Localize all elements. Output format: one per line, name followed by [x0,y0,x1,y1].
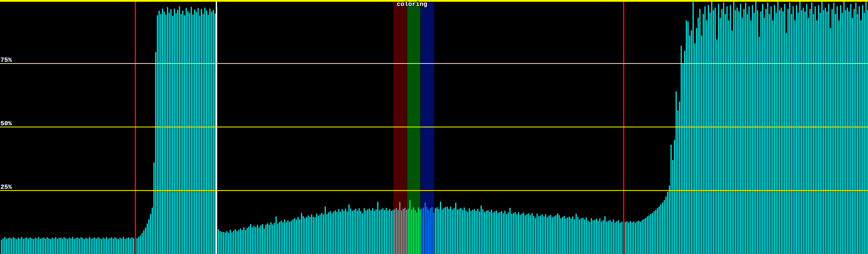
histogram-bar [323,214,324,254]
histogram-bar [364,208,365,254]
histogram-bar [299,219,300,254]
histogram-bar [403,209,404,254]
histogram-bar [776,13,777,254]
histogram-bar [313,217,314,254]
histogram-bar [791,14,792,254]
histogram-bar [677,110,679,254]
histogram-bar [396,208,397,254]
histogram-bar [811,3,812,254]
histogram-bar [269,225,270,254]
histogram-bar [520,215,521,254]
gridline-25 [0,190,868,191]
histogram-bar [569,217,570,254]
histogram-bar [699,9,701,254]
histogram-bar [174,8,175,254]
histogram-bar [794,20,796,254]
histogram-bar [81,237,82,254]
histogram-bar [26,237,28,254]
histogram-bar [750,20,751,254]
histogram-bar [648,215,650,254]
histogram-bar [764,18,765,254]
histogram-bar [777,2,779,254]
histogram-bar [140,235,141,254]
histogram-bar [148,219,150,254]
histogram-bar [101,239,102,254]
histogram-bar [294,218,295,254]
histogram-bar [513,213,514,254]
histogram-bar [218,229,219,254]
histogram-bar [501,211,502,254]
histogram-bar [194,10,195,254]
histogram-bar [331,213,333,254]
histogram-bar [86,238,87,254]
histogram-bar [272,224,273,254]
histogram-bar [447,207,448,254]
histogram-bar [384,210,385,254]
histogram-bar [8,238,9,254]
histogram-bar [362,213,363,254]
histogram-bar [860,20,862,254]
histogram-bar [377,202,378,254]
histogram-bar [494,211,495,254]
histogram-bar [448,209,450,254]
histogram-bar [330,211,331,254]
histogram-bar [752,5,753,254]
histogram-bar [782,11,784,254]
histogram-bar [255,227,256,254]
histogram-bar [787,9,789,254]
histogram-bar [672,160,673,254]
histogram-bar [806,4,807,254]
histogram-bar [103,238,104,254]
histogram-bar [172,16,173,254]
histogram-bar [60,237,61,254]
histogram-bar [282,222,284,254]
histogram-bar [242,230,243,254]
gridline-100 [0,0,868,2]
histogram-bar [104,238,106,254]
histogram-bar [196,12,197,254]
histogram-bar [433,213,434,254]
histogram-bar [35,238,36,254]
histogram-bar [96,238,97,254]
histogram-bar [275,216,277,254]
histogram-bar [131,237,133,254]
histogram-bar [669,185,670,254]
histogram-bar [801,10,802,254]
histogram-bar [430,208,431,254]
histogram-bar [657,208,658,254]
histogram-bar [496,210,497,254]
histogram-bar [469,208,470,254]
histogram-bar [548,215,550,254]
histogram-bar [492,213,494,254]
y-axis-label-25: 25% [0,185,12,190]
histogram-bar [153,163,155,254]
histogram-bar [450,207,451,254]
histogram-bar [406,210,407,254]
histogram-bar [852,18,853,254]
histogram-bar [828,4,829,254]
histogram-bar [642,220,643,254]
histogram-bar [11,238,12,254]
histogram-bar [206,11,207,254]
histogram-bar [372,208,373,254]
histogram-bar [89,237,90,254]
histogram-bar [399,202,401,254]
histogram-bar [16,239,17,254]
histogram-bar [547,217,548,254]
histogram-bar [691,30,692,254]
histogram-bar [579,219,580,254]
histogram-bar [186,8,187,254]
histogram-bar [850,4,851,254]
histogram-bar [233,231,234,254]
histogram-bar [760,11,762,254]
histogram-bar [772,20,773,254]
histogram-bar [606,221,607,254]
histogram-bar [840,5,841,254]
histogram-bar [231,232,233,254]
histogram-bar [259,227,260,254]
histogram-bar [126,238,128,254]
histogram-bar [198,8,199,254]
histogram-bar [53,238,55,254]
histogram-bar [582,218,584,254]
histogram-bar [693,2,694,254]
